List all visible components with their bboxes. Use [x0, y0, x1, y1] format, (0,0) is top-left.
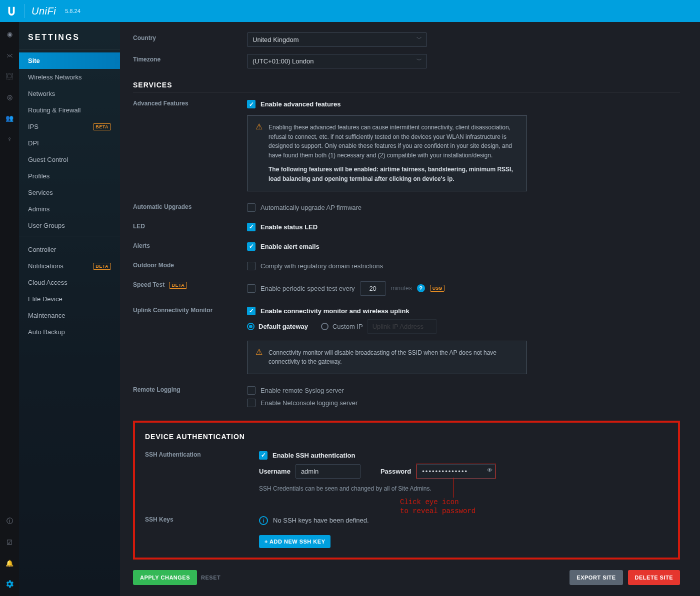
device-auth-annotation-box: DEVICE AUTHENTICATION SSH Authentication… — [133, 421, 680, 560]
content: Country United Kingdom Timezone (UTC+01:… — [120, 22, 700, 596]
ssh-user-label: Username — [259, 468, 290, 475]
alerts-chk[interactable] — [247, 242, 256, 251]
ssh-enable-label: Enable SSH authentication — [272, 452, 355, 459]
nav-cloud[interactable]: Cloud Access — [19, 274, 120, 291]
speed-interval-input[interactable] — [360, 281, 386, 296]
led-chk-label: Enable status LED — [260, 223, 318, 231]
advanced-chk[interactable] — [247, 100, 256, 108]
advanced-warn-text-2: The following features will be enabled: … — [268, 166, 513, 182]
ssh-note: SSH Credentials can be seen and changed … — [259, 485, 668, 492]
alerts-icon[interactable]: ☑ — [4, 537, 14, 547]
warning-icon: ⚠ — [256, 123, 262, 184]
logo — [6, 5, 17, 16]
nav-controller[interactable]: Controller — [19, 241, 120, 258]
uplink-radio-custom[interactable] — [321, 323, 328, 330]
auto-upgrade-chk-label: Automatically upgrade AP firmware — [260, 204, 362, 211]
map-icon[interactable]: ⿴ — [4, 71, 14, 81]
speed-chk[interactable] — [247, 284, 256, 293]
nav-site[interactable]: Site — [19, 52, 120, 69]
export-site-button[interactable]: EXPORT SITE — [570, 570, 622, 585]
auto-upgrade-chk[interactable] — [247, 203, 256, 212]
beta-badge: BETA — [93, 123, 111, 130]
devices-icon[interactable]: ◎ — [4, 92, 14, 102]
remote-netconsole-chk[interactable] — [247, 399, 256, 407]
remote-logging-label: Remote Logging — [133, 384, 247, 393]
country-label: Country — [133, 32, 247, 41]
ssh-username-input[interactable] — [296, 464, 360, 479]
remote-netconsole-label: Enable Netconsole logging server — [260, 399, 358, 407]
uplink-opt2: Custom IP — [332, 323, 363, 330]
led-chk[interactable] — [247, 223, 256, 231]
speed-chk-label: Enable periodic speed test every — [260, 285, 355, 292]
nav-guest[interactable]: Guest Control — [19, 151, 120, 168]
footer-bar: APPLY CHANGES RESET EXPORT SITE DELETE S… — [120, 562, 700, 596]
timezone-select[interactable]: (UTC+01:00) London — [247, 54, 427, 68]
ssh-enable-chk[interactable] — [259, 451, 268, 460]
version-text: 5.8.24 — [65, 8, 80, 14]
icon-rail: ◉ ⩙ ⿴ ◎ 👥 ♀ ⓘ ☑ 🔔 — [0, 22, 19, 596]
ssh-keys-none: No SSH keys have been defined. — [273, 517, 369, 524]
remote-syslog-label: Enable remote Syslog server — [260, 387, 344, 394]
uplink-ip-input[interactable] — [367, 319, 437, 334]
nav-ips[interactable]: IPSBETA — [19, 118, 120, 135]
nav-notifications[interactable]: NotificationsBETA — [19, 258, 120, 274]
services-heading: SERVICES — [133, 81, 680, 92]
beta-badge: BETA — [169, 282, 187, 289]
alerts-chk-label: Enable alert emails — [260, 243, 320, 250]
brand-name: UniFi — [32, 5, 56, 17]
nav-wireless[interactable]: Wireless Networks — [19, 69, 120, 85]
ssh-keys-label: SSH Keys — [145, 514, 259, 523]
ubiquiti-logo-icon — [6, 5, 17, 16]
auto-upgrades-label: Automatic Upgrades — [133, 201, 247, 210]
apply-button[interactable]: APPLY CHANGES — [133, 570, 197, 585]
dashboard-icon[interactable]: ◉ — [4, 29, 14, 39]
statistics-icon[interactable]: ⩙ — [4, 50, 14, 60]
reset-button[interactable]: RESET — [197, 570, 224, 585]
delete-site-button[interactable]: DELETE SITE — [628, 570, 680, 585]
uplink-chk-label: Enable connectivity monitor and wireless… — [260, 307, 410, 315]
usg-badge: USG — [430, 285, 445, 292]
nav-networks[interactable]: Networks — [19, 85, 120, 102]
ssh-password-input[interactable] — [416, 464, 496, 479]
nav-usergroups[interactable]: User Groups — [19, 217, 120, 234]
annotation-line2: to reveal password — [400, 507, 476, 516]
outdoor-chk[interactable] — [247, 262, 256, 270]
warning-icon: ⚠ — [256, 348, 262, 367]
insights-icon[interactable]: ♀ — [4, 134, 14, 144]
speed-unit: minutes — [391, 285, 412, 292]
add-ssh-key-button[interactable]: + ADD NEW SSH KEY — [259, 535, 330, 548]
ssh-pw-label: Password — [380, 468, 411, 475]
clients-icon[interactable]: 👥 — [4, 113, 14, 123]
sidebar-title: SETTINGS — [19, 33, 120, 49]
help-icon[interactable]: ? — [417, 284, 425, 292]
nav-dpi[interactable]: DPI — [19, 135, 120, 151]
settings-icon[interactable] — [4, 579, 14, 589]
timezone-label: Timezone — [133, 54, 247, 63]
outdoor-chk-label: Comply with regulatory domain restrictio… — [260, 262, 383, 270]
nav-divider — [19, 236, 120, 236]
led-label: LED — [133, 221, 247, 230]
top-bar: UniFi 5.8.24 — [0, 0, 700, 22]
advanced-features-label: Advanced Features — [133, 98, 247, 107]
eye-icon[interactable]: 👁 — [487, 467, 492, 473]
uplink-opt1: Default gateway — [258, 323, 308, 330]
uplink-warning: ⚠ Connectivity monitor will disable broa… — [247, 341, 527, 374]
nav-elite[interactable]: Elite Device — [19, 291, 120, 307]
events-icon[interactable]: ⓘ — [4, 516, 14, 526]
nav-backup[interactable]: Auto Backup — [19, 324, 120, 340]
advanced-warning: ⚠ Enabling these advanced features can c… — [247, 115, 527, 191]
nav-maintenance[interactable]: Maintenance — [19, 307, 120, 324]
notify-icon[interactable]: 🔔 — [4, 558, 14, 568]
outdoor-label: Outdoor Mode — [133, 260, 247, 269]
uplink-radio-default[interactable] — [247, 323, 254, 330]
remote-syslog-chk[interactable] — [247, 386, 256, 395]
country-select[interactable]: United Kingdom — [247, 32, 427, 47]
uplink-chk[interactable] — [247, 307, 256, 315]
nav-services[interactable]: Services — [19, 184, 120, 201]
nav-profiles[interactable]: Profiles — [19, 168, 120, 184]
ssh-auth-label: SSH Authentication — [145, 449, 259, 458]
speed-label: Speed Test BETA — [133, 279, 247, 288]
nav-routing[interactable]: Routing & Firewall — [19, 102, 120, 118]
nav-group-2: Controller NotificationsBETA Cloud Acces… — [19, 238, 120, 340]
nav-admins[interactable]: Admins — [19, 201, 120, 217]
